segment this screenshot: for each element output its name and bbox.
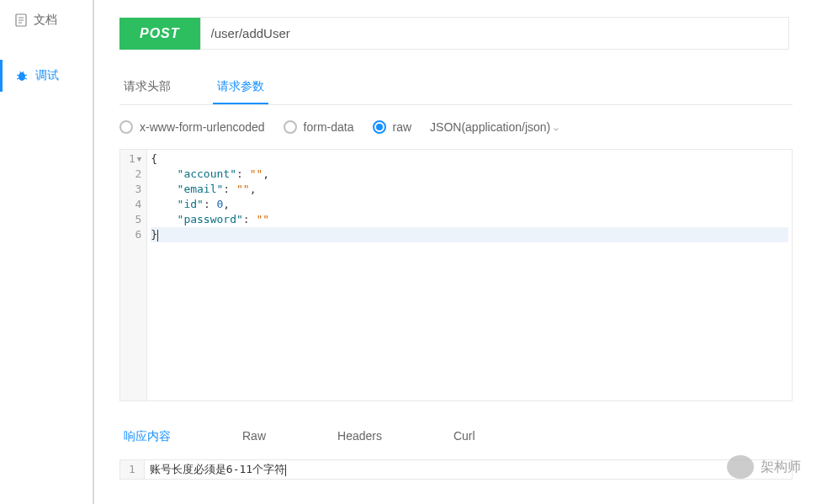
request-url-row: POST bbox=[119, 17, 822, 50]
url-input[interactable] bbox=[200, 17, 789, 50]
radio-raw[interactable]: raw bbox=[373, 120, 412, 134]
tab-response-curl[interactable]: Curl bbox=[449, 422, 480, 451]
fold-icon[interactable]: ▼ bbox=[137, 151, 141, 167]
response-gutter: 1 bbox=[120, 460, 145, 479]
editor-gutter: 1▼ 2 3 4 5 6 bbox=[120, 150, 147, 401]
tab-response-headers[interactable]: Headers bbox=[333, 422, 386, 451]
svg-line-7 bbox=[17, 78, 19, 79]
radio-label: x-www-form-urlencoded bbox=[140, 120, 265, 134]
radio-label: form-data bbox=[304, 120, 354, 134]
sidebar: 文档 调试 bbox=[0, 0, 94, 504]
radio-icon bbox=[373, 120, 386, 134]
tab-request-params[interactable]: 请求参数 bbox=[213, 71, 268, 104]
watermark: 架构师 bbox=[727, 455, 801, 479]
document-icon bbox=[15, 13, 27, 27]
sidebar-item-label: 调试 bbox=[35, 68, 59, 83]
response-editor[interactable]: 1 账号长度必须是6-11个字符 bbox=[119, 459, 793, 480]
radio-formdata[interactable]: form-data bbox=[284, 120, 354, 134]
wechat-icon bbox=[727, 455, 754, 479]
http-method-button[interactable]: POST bbox=[119, 18, 200, 50]
content-type-select[interactable]: JSON(application/json) ⌵ bbox=[430, 120, 559, 134]
tab-response-raw[interactable]: Raw bbox=[238, 422, 270, 451]
content-type-label: JSON(application/json) bbox=[430, 120, 550, 134]
svg-line-8 bbox=[24, 78, 27, 79]
response-tabs: 响应内容 Raw Headers Curl bbox=[119, 422, 793, 451]
sidebar-item-docs[interactable]: 文档 bbox=[0, 4, 93, 36]
cursor bbox=[285, 464, 286, 476]
editor-code[interactable]: { "account": "", "email": "", "id": 0, "… bbox=[147, 150, 792, 401]
sidebar-item-debug[interactable]: 调试 bbox=[0, 60, 93, 92]
bug-icon bbox=[15, 70, 29, 82]
watermark-text: 架构师 bbox=[761, 459, 801, 476]
response-code: 账号长度必须是6-11个字符 bbox=[145, 460, 792, 479]
radio-icon bbox=[284, 120, 297, 134]
sidebar-item-label: 文档 bbox=[34, 13, 57, 28]
svg-point-4 bbox=[19, 72, 25, 81]
main: POST 请求头部 请求参数 x-www-form-urlencoded for… bbox=[94, 0, 822, 504]
tab-response-content[interactable]: 响应内容 bbox=[119, 422, 175, 451]
chevron-down-icon: ⌵ bbox=[554, 123, 559, 132]
radio-label: raw bbox=[393, 120, 412, 134]
request-tabs: 请求头部 请求参数 bbox=[119, 71, 793, 105]
body-type-row: x-www-form-urlencoded form-data raw JSON… bbox=[119, 120, 822, 134]
radio-urlencoded[interactable]: x-www-form-urlencoded bbox=[119, 120, 265, 134]
tab-request-headers[interactable]: 请求头部 bbox=[119, 71, 175, 104]
radio-icon bbox=[119, 120, 133, 134]
request-body-editor[interactable]: 1▼ 2 3 4 5 6 { "account": "", "email": "… bbox=[119, 149, 793, 401]
cursor bbox=[157, 230, 158, 241]
